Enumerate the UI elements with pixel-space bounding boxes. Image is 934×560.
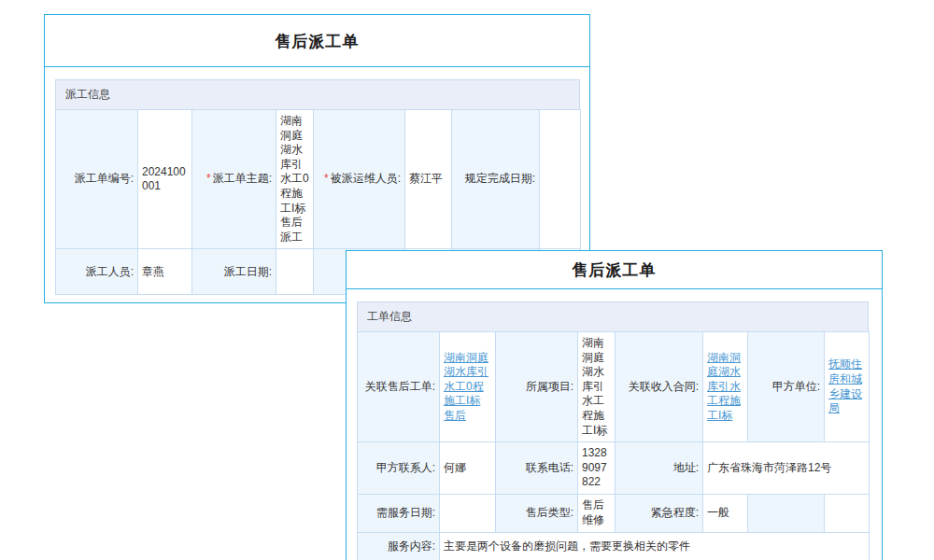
field-label-dispatcher: 派工人员: <box>56 249 138 295</box>
field-value-empty <box>825 494 870 532</box>
field-label-address: 地址: <box>616 442 703 495</box>
field-value-client-unit: 抚顺住房和城乡建设局 <box>825 332 870 442</box>
front-workorder-panel: 售后派工单 工单信息 关联售后工单: 湖南洞庭湖水库引水工0程施工I标售后 所属… <box>346 250 883 560</box>
field-value-dispatch-date <box>276 249 314 295</box>
field-label-service-content: 服务内容: <box>358 532 440 560</box>
field-value-dispatch-no: 2024100001 <box>138 110 192 249</box>
table-row: 派工单编号: 2024100001 *派工单主题: 湖南洞庭湖水库引水工0程施工… <box>56 110 581 249</box>
table-row: 需服务日期: 售后类型: 售后维修 紧急程度: 一般 <box>358 494 870 532</box>
field-label-service-date: 需服务日期: <box>358 494 440 532</box>
field-label-related-income-contract: 关联收入合同: <box>616 332 703 442</box>
field-label-service-type: 售后类型: <box>496 494 578 532</box>
field-label-project: 所属项目: <box>496 332 578 442</box>
field-label-dispatch-no: 派工单编号: <box>56 110 138 249</box>
field-value-contact-phone: 13289097822 <box>578 442 616 495</box>
field-value-assigned-staff: 蔡江平 <box>405 110 452 249</box>
field-label-subject: *派工单主题: <box>192 110 276 249</box>
related-service-order-link[interactable]: 湖南洞庭湖水库引水工0程施工I标售后 <box>444 351 488 422</box>
table-row: 关联售后工单: 湖南洞庭湖水库引水工0程施工I标售后 所属项目: 湖南洞庭湖水库… <box>358 332 870 442</box>
field-value-subject: 湖南洞庭湖水库引水工0程施工I标售后派工 <box>276 110 314 249</box>
page-root: { "colors": { "panel_border": "#27aee0",… <box>0 0 934 560</box>
workorder-info-table: 关联售后工单: 湖南洞庭湖水库引水工0程施工I标售后 所属项目: 湖南洞庭湖水库… <box>357 331 870 560</box>
table-row: 服务内容: 主要是两个设备的磨损问题，需要更换相关的零件 <box>358 532 870 560</box>
required-mark: * <box>206 172 211 185</box>
field-value-address: 广东省珠海市菏泽路12号 <box>703 442 870 495</box>
field-label-contact-phone: 联系电话: <box>496 442 578 495</box>
field-label-client-unit: 甲方单位: <box>748 332 825 442</box>
table-row: 甲方联系人: 何娜 联系电话: 13289097822 地址: 广东省珠海市菏泽… <box>358 442 870 495</box>
field-label-dispatch-date: 派工日期: <box>192 249 276 295</box>
field-label-required-finish-date: 规定完成日期: <box>452 110 540 249</box>
field-value-urgency: 一般 <box>703 494 748 532</box>
field-value-related-service-order: 湖南洞庭湖水库引水工0程施工I标售后 <box>440 332 496 442</box>
field-label-client-contact: 甲方联系人: <box>358 442 440 495</box>
field-label-related-service-order: 关联售后工单: <box>358 332 440 442</box>
field-value-service-content: 主要是两个设备的磨损问题，需要更换相关的零件 <box>440 532 870 560</box>
field-value-service-type: 售后维修 <box>578 494 616 532</box>
panel-body: 工单信息 关联售后工单: 湖南洞庭湖水库引水工0程施工I标售后 所属项目: 湖南… <box>347 289 882 560</box>
panel-title: 售后派工单 <box>347 251 882 289</box>
field-label-assigned-staff: *被派运维人员: <box>314 110 405 249</box>
required-mark: * <box>324 172 329 185</box>
field-value-dispatcher: 章燕 <box>138 249 192 295</box>
field-value-service-date <box>440 494 496 532</box>
field-value-client-contact: 何娜 <box>440 442 496 495</box>
section-header-workorder-info: 工单信息 <box>357 301 869 332</box>
field-value-related-income-contract: 湖南洞庭湖水库引水工程施工I标 <box>703 332 748 442</box>
related-income-contract-link[interactable]: 湖南洞庭湖水库引水工程施工I标 <box>707 351 741 422</box>
panel-title: 售后派工单 <box>45 15 589 67</box>
client-unit-link[interactable]: 抚顺住房和城乡建设局 <box>828 357 862 414</box>
field-label-empty <box>748 494 825 532</box>
field-label-urgency: 紧急程度: <box>616 494 703 532</box>
section-header-dispatch-info: 派工信息 <box>55 79 580 110</box>
field-value-required-finish-date <box>540 110 581 249</box>
field-value-project: 湖南洞庭湖水库引水工程施工I标 <box>578 332 616 442</box>
